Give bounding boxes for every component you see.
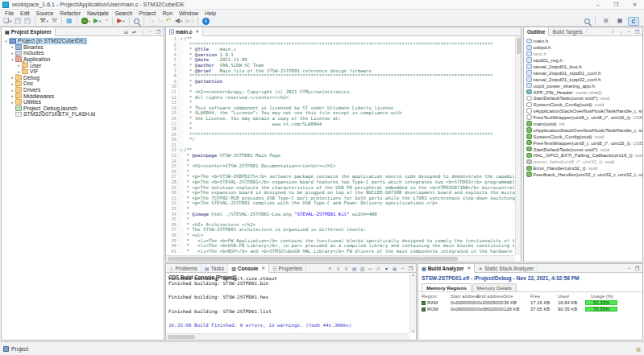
outline-item[interactable]: SystemClock_Config(void) : void (524, 133, 642, 139)
outline-item[interactable]: Error_Handler(uint32_t) : void (524, 165, 642, 171)
remove-launch-icon[interactable]: ✕ (334, 265, 342, 272)
tree-item[interactable]: Project_Debug.launch (2, 105, 164, 112)
tree-item[interactable]: ▸Doc (2, 80, 164, 87)
column-header[interactable]: Start address (451, 294, 477, 299)
outline-item[interactable]: main(void) : int (524, 121, 642, 127)
new-wizard-button[interactable]: ❏▾ (2, 16, 12, 26)
expand-arrow-icon[interactable]: ▸ (10, 75, 15, 80)
open-console-icon[interactable]: ⊞ (391, 265, 398, 272)
outline-item[interactable]: StartDefaultTask(const void*) : void (524, 95, 642, 101)
link-with-editor-icon[interactable]: ⇄ (131, 28, 138, 35)
outline-item[interactable]: usbpd.h (524, 44, 642, 51)
device-configuration-tool-button[interactable]: ▦ (65, 16, 73, 26)
run-button[interactable]: ▶▾ (93, 16, 102, 26)
code-editor[interactable]: 1⊖/**2 *********************************… (166, 36, 515, 255)
close-tab-icon[interactable]: ✕ (196, 29, 200, 34)
expand-arrow-icon[interactable]: ▸ (10, 88, 15, 93)
minimize-icon[interactable]: – (625, 265, 633, 272)
outline-item[interactable]: Feedback_Handler(uint32_t, uint32_t, uin… (524, 171, 642, 178)
outline-item[interactable]: steval_2stpd01_tcpp02_conf.h (524, 76, 642, 82)
tree-item[interactable]: ▾Application (2, 56, 164, 63)
menu-edit[interactable]: Edit (17, 10, 33, 16)
expand-arrow-icon[interactable]: ▸ (16, 69, 22, 74)
next-annotation-button[interactable]: ↓▾ (147, 16, 155, 26)
back-button[interactable]: ◀▾ (174, 16, 183, 26)
terminate-icon[interactable]: ■ (326, 265, 334, 272)
console-tab-problems[interactable]: ⚠Problems (166, 264, 202, 272)
outline-item[interactable]: FreeTextWrapper(uint8_t, uint8_t*, uint1… (524, 114, 642, 121)
build-all-button[interactable]: ⚒ (51, 16, 58, 26)
menu-window[interactable]: Window (176, 10, 202, 16)
column-header[interactable]: Region (422, 294, 451, 299)
tab-project-explorer[interactable]: ▤ Project Explorer (2, 27, 56, 36)
console-output[interactable]: Finished building: default.size.stdoutFi… (168, 277, 406, 330)
view-menu-icon[interactable]: ⋮ (139, 28, 146, 35)
outline-item[interactable]: StartDefaultTask(const void*) : void (524, 146, 642, 152)
column-header[interactable]: End address (477, 294, 504, 299)
expand-arrow-icon[interactable]: ▸ (10, 51, 15, 56)
tree-item[interactable]: ▸Utilities (2, 99, 164, 105)
maximize-icon[interactable]: ❐ (634, 28, 641, 35)
pin-console-icon[interactable]: ⊙ (375, 265, 382, 272)
expand-arrow-icon[interactable]: ▾ (3, 39, 9, 43)
outline-item[interactable]: SystemClock_Config(void) : void (524, 101, 642, 108)
outline-item[interactable]: HAL_GPIO_EXTI_Falling_Callback(uint16_t)… (524, 152, 642, 159)
memory-region-row[interactable]: RAM0x200000000x2000900036 KB17.16 KB18.8… (418, 299, 642, 306)
console-tab-properties[interactable]: ☰Properties (269, 264, 306, 272)
maximize-icon[interactable]: ❐ (634, 265, 641, 272)
editor-vscroll-thumb[interactable] (517, 38, 521, 54)
outline-tab-build-targets[interactable]: Build Targets (549, 27, 586, 35)
outline-item[interactable]: main.h (524, 38, 642, 44)
clear-console-icon[interactable]: ▤ (351, 265, 358, 272)
console-tab-tasks[interactable]: ▤Tasks (202, 264, 228, 272)
fold-marker-icon[interactable]: ⊖ (178, 36, 184, 42)
editor-horizontal-scrollbar[interactable] (166, 255, 515, 262)
tree-item[interactable]: ▸Debug (2, 75, 164, 81)
expand-arrow-icon[interactable]: ▸ (16, 63, 22, 68)
quick-access-search-icon[interactable] (584, 19, 590, 24)
expand-arrow-icon[interactable]: ▾ (10, 57, 15, 62)
tree-item[interactable]: ▸Binaries (2, 44, 164, 51)
memory-region-row[interactable]: ROM0x080000000x08020000128 KB37.65 KB90.… (418, 306, 642, 312)
outline-item[interactable]: stpd01_reg.h (524, 57, 642, 64)
outline-item[interactable]: ucpd_power_sharing_app.h (524, 82, 642, 89)
menu-refactor[interactable]: Refactor (56, 10, 84, 16)
external-tools-button[interactable]: ▶▾ (116, 16, 125, 26)
maximize-icon[interactable]: ❐ (407, 265, 414, 272)
close-tab-icon[interactable]: ✕ (467, 266, 472, 270)
editor-vertical-scrollbar[interactable] (515, 36, 521, 255)
tree-item[interactable]: ▸VIF (2, 68, 164, 75)
menu-file[interactable]: File (2, 10, 17, 16)
analyzer-tab-build-analyzer[interactable]: ▦Build Analyzer✕ (418, 264, 475, 273)
console-vertical-scrollbar[interactable]: ▲ ▼ (409, 273, 416, 333)
outline-item[interactable]: steval_2stpd01_stpd01_conf.h (524, 69, 642, 76)
display-selected-console-icon[interactable]: ▾ (383, 265, 390, 272)
column-header[interactable]: Used (558, 294, 585, 299)
collapse-all-icon[interactable]: ⊟ (123, 28, 130, 35)
profile-button[interactable]: ◔ (103, 16, 109, 26)
outline-item[interactable]: vApplicationStackOverflowHook(TaskHandle… (524, 108, 642, 114)
menu-project[interactable]: Project (135, 10, 159, 16)
minimize-icon[interactable]: – (147, 28, 154, 35)
scroll-lock-icon[interactable]: ▥ (359, 265, 366, 272)
minimize-button[interactable]: – (588, 0, 607, 9)
scroll-up-arrow[interactable]: ▲ (410, 273, 416, 277)
maximize-button[interactable]: ❐ (607, 0, 625, 9)
subtab-memory-details[interactable]: Memory Details (472, 283, 517, 291)
outline-item[interactable]: task.h (524, 51, 642, 57)
minimize-icon[interactable]: – (399, 265, 406, 272)
outline-item[interactable]: assert_failed(uint8_t*, uint32_t) : void (524, 159, 642, 165)
menu-search[interactable]: Search (112, 10, 136, 16)
save-button[interactable] (14, 16, 22, 26)
tree-item[interactable]: ▸User (2, 62, 164, 68)
console-hscroll-thumb[interactable] (168, 335, 195, 339)
console-horizontal-scrollbar[interactable] (166, 333, 409, 340)
view-menu-icon[interactable]: ⋮ (617, 28, 625, 35)
analyzer-tab-static-stack-analyzer[interactable]: ▲Static Stack Analyzer (475, 264, 538, 272)
device-configuration-perspective-button[interactable]: ▦ (614, 17, 625, 26)
subtab-memory-regions[interactable]: Memory Regions (422, 283, 472, 291)
scroll-down-arrow[interactable]: ▼ (410, 329, 416, 333)
remove-all-launches-icon[interactable]: ✕ (343, 265, 350, 272)
forward-button[interactable]: ▶▾ (185, 16, 193, 26)
console-tab-console[interactable]: ▥Console✕ (228, 264, 269, 273)
